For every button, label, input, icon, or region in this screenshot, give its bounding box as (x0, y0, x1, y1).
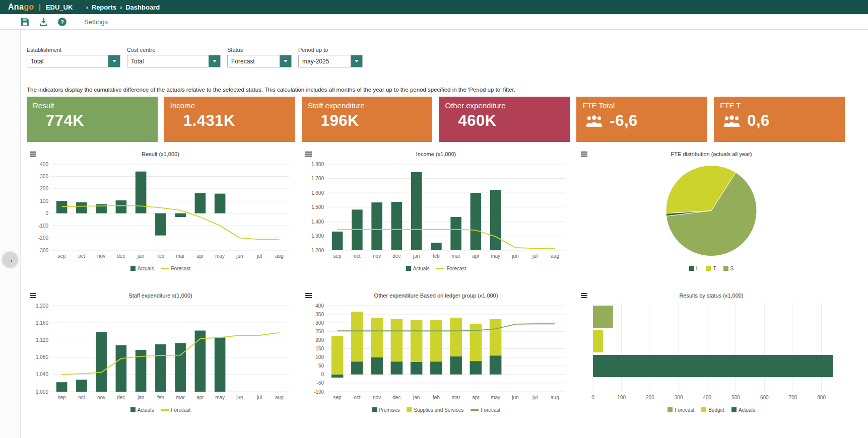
chart-menu-icon[interactable] (30, 151, 36, 158)
legend-swatch (372, 407, 377, 412)
svg-text:aug: aug (275, 395, 284, 400)
svg-text:100: 100 (617, 395, 626, 400)
svg-text:1.000: 1.000 (36, 389, 48, 395)
export-icon[interactable] (39, 17, 48, 27)
filter-label: Status (227, 47, 292, 53)
legend-swatch (471, 409, 479, 411)
chart-title: Income (x1,000) (302, 149, 570, 159)
dropdown-button[interactable] (280, 55, 291, 67)
legend-item-forecast: Forecast (436, 266, 466, 271)
left-rail: → (0, 30, 21, 438)
svg-text:sep: sep (58, 395, 66, 400)
dropdown-button[interactable] (351, 55, 362, 67)
breadcrumb-separator: › (86, 4, 88, 11)
filter-period-up-to: Period up tomay-2025 (298, 47, 363, 67)
legend-item-forecast: Forecast (471, 407, 500, 413)
svg-text:1.600: 1.600 (311, 190, 324, 196)
legend-label: Premises (379, 407, 400, 413)
svg-text:jun: jun (236, 395, 243, 400)
filter-select-period-up-to[interactable]: may-2025 (298, 55, 363, 67)
legend-item-premises: Premises (372, 407, 400, 413)
filter-value: Total (27, 55, 108, 67)
legend-label: Forecast (171, 266, 190, 271)
svg-text:feb: feb (433, 395, 440, 400)
filter-label: Establishment (27, 47, 120, 53)
legend-swatch (130, 407, 136, 412)
filter-value: Forecast (228, 55, 280, 67)
svg-text:jan: jan (137, 395, 144, 400)
dropdown-button[interactable] (108, 55, 120, 67)
save-icon[interactable] (20, 17, 30, 27)
legend-swatch (667, 407, 673, 412)
svg-text:nov: nov (97, 253, 105, 259)
kpi-result: Result774K (27, 97, 158, 142)
chart-legend: ActualsForecast (27, 406, 294, 414)
filter-select-status[interactable]: Forecast (227, 55, 292, 67)
svg-text:1.800: 1.800 (311, 162, 324, 167)
svg-text:0: 0 (591, 395, 594, 400)
filter-status: StatusForecast (227, 47, 292, 67)
filter-establishment: EstablishmentTotal (27, 47, 120, 67)
svg-text:nov: nov (373, 395, 381, 400)
legend-label: Actuals (138, 266, 154, 271)
main-area: → EstablishmentTotalCost centreTotalStat… (0, 30, 868, 438)
chart-menu-icon[interactable] (305, 292, 312, 299)
filter-select-cost-centre[interactable]: Total (127, 55, 221, 67)
svg-text:100: 100 (315, 354, 324, 360)
chart-title: Results by status (x1,000) (578, 290, 845, 301)
chart-menu-icon[interactable] (581, 151, 587, 158)
svg-text:800: 800 (817, 395, 826, 400)
kpi-fte-total: FTE Total-6,6 (576, 97, 707, 142)
filter-value: may-2025 (299, 55, 351, 67)
svg-text:1.120: 1.120 (36, 337, 48, 343)
legend-swatch (406, 266, 411, 271)
help-icon[interactable]: ? (57, 17, 67, 27)
svg-text:mar: mar (176, 253, 185, 259)
chart-legend: ActualsForecast (302, 264, 570, 272)
legend-label: Forecast (675, 407, 694, 413)
chart-panel-result: Result (x1,000)4003002001000-100-200-300… (27, 149, 294, 272)
chart-menu-icon[interactable] (581, 292, 587, 299)
legend-item-actuals: Actuals (731, 407, 755, 413)
svg-text:100: 100 (40, 198, 48, 204)
svg-text:1.700: 1.700 (311, 176, 324, 181)
breadcrumb-reports[interactable]: Reports (92, 4, 116, 11)
expand-sidebar-button[interactable]: → (3, 252, 18, 267)
legend-swatch (161, 268, 169, 269)
chart-title: Other expenditure Based on ledger group … (302, 290, 570, 301)
filter-select-establishment[interactable]: Total (27, 55, 120, 67)
kpi-label: FTE T (720, 101, 839, 110)
legend-label: Supplies and Services (414, 407, 463, 413)
legend-swatch (723, 266, 728, 271)
svg-text:feb: feb (157, 395, 164, 400)
kpi-value: 196K (321, 112, 359, 130)
legend-label: S (730, 266, 734, 271)
svg-text:1.040: 1.040 (36, 372, 48, 377)
kpi-value: 0,6 (747, 112, 770, 130)
svg-text:aug: aug (551, 395, 559, 400)
legend-swatch (706, 266, 711, 271)
logo-divider: | (39, 3, 41, 11)
svg-text:-200: -200 (38, 235, 48, 241)
chart-panel-other-expenditure: Other expenditure Based on ledger group … (302, 290, 570, 414)
svg-text:50: 50 (318, 363, 324, 369)
legend-label: Forecast (446, 266, 466, 271)
settings-link[interactable]: Settings (84, 18, 108, 26)
legend-label: Forecast (171, 407, 190, 413)
breadcrumb-dashboard[interactable]: Dashboard (125, 4, 160, 11)
svg-text:1.080: 1.080 (36, 354, 48, 360)
legend-swatch (701, 407, 706, 412)
chart-menu-icon[interactable] (305, 151, 312, 158)
chart-income: 1.8001.7001.6001.5001.4001.3001.200sepoc… (302, 159, 570, 262)
legend-label: Actuals (739, 407, 755, 413)
svg-text:500: 500 (731, 395, 740, 400)
chart-menu-icon[interactable] (30, 292, 36, 299)
svg-text:may: may (215, 395, 225, 400)
svg-text:oct: oct (78, 395, 85, 400)
dropdown-button[interactable] (209, 55, 220, 67)
svg-text:sep: sep (58, 253, 66, 259)
chart-panel-fte-distribution: FTE distribution (actuals all year)LTS (578, 149, 845, 272)
svg-text:feb: feb (157, 253, 164, 259)
svg-text:dec: dec (117, 395, 125, 400)
legend-item-t: T (706, 266, 716, 271)
